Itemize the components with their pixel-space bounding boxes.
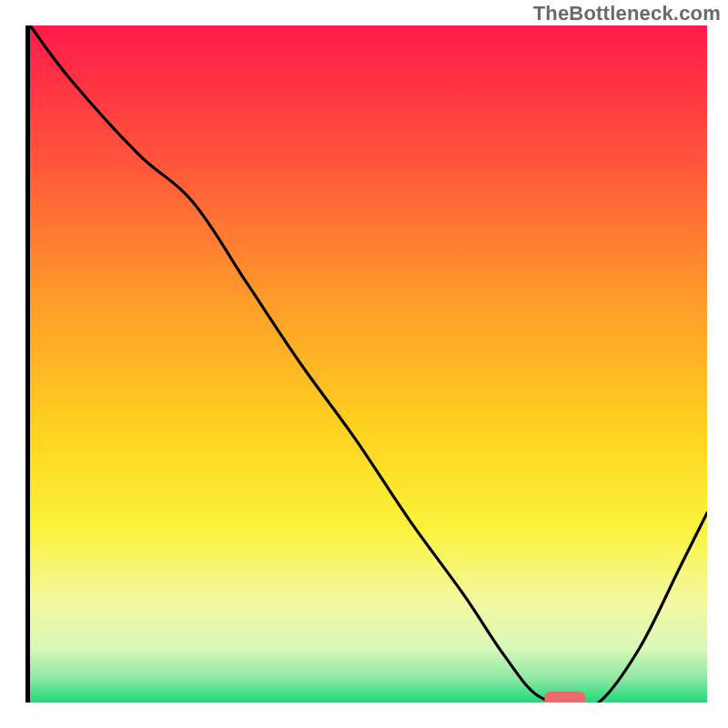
- chart-frame: [25, 25, 703, 703]
- bottleneck-chart: [30, 25, 707, 703]
- gradient-background: [30, 25, 707, 703]
- watermark-text: TheBottleneck.com: [533, 2, 721, 25]
- optimal-marker: [544, 692, 585, 703]
